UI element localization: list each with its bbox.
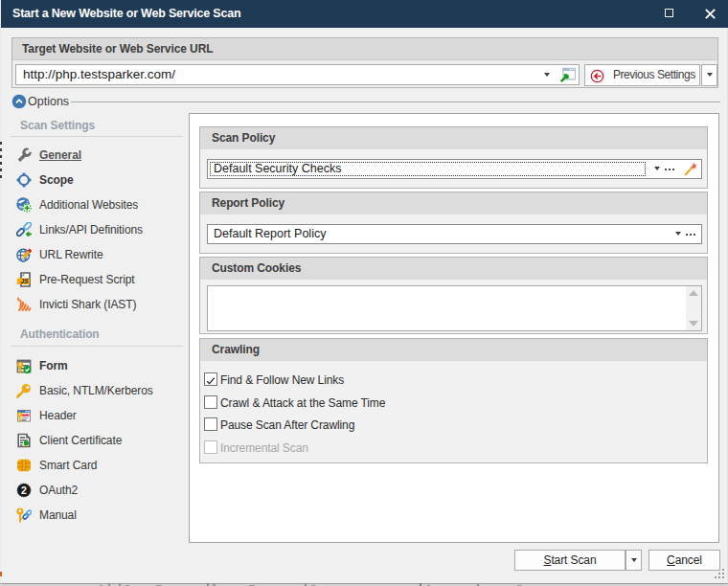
svg-text:JS: JS <box>20 278 29 284</box>
svg-text:2: 2 <box>21 485 27 496</box>
